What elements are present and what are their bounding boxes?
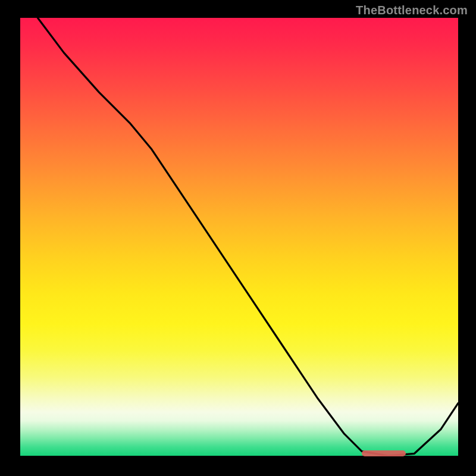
watermark-text: TheBottleneck.com [356,4,468,17]
chart-stage: TheBottleneck.com [0,0,476,476]
plot-area [18,18,458,458]
optimal-range-marker [362,450,406,456]
bottleneck-curve [20,18,458,456]
